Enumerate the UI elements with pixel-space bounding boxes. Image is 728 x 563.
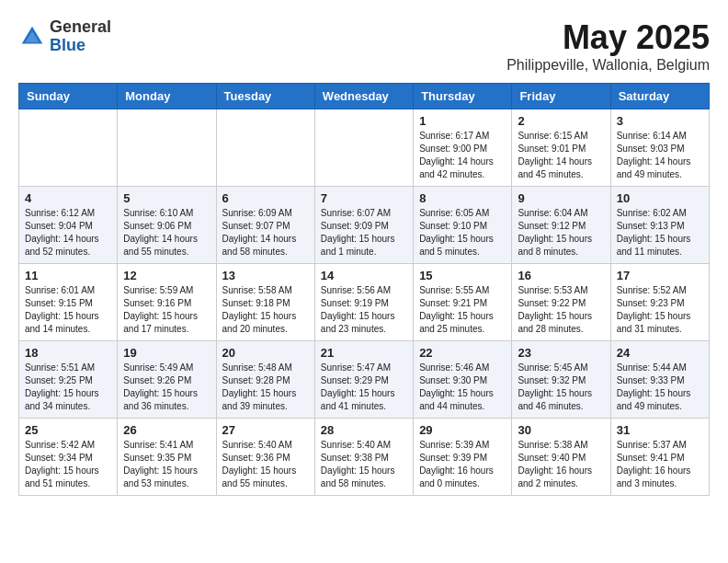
day-info: Sunrise: 6:12 AM Sunset: 9:04 PM Dayligh… xyxy=(25,207,111,259)
calendar-cell: 10Sunrise: 6:02 AM Sunset: 9:13 PM Dayli… xyxy=(610,187,709,264)
day-info: Sunrise: 5:55 AM Sunset: 9:21 PM Dayligh… xyxy=(419,284,506,336)
day-number: 13 xyxy=(222,269,309,282)
day-number: 17 xyxy=(617,269,703,282)
day-number: 16 xyxy=(518,269,604,282)
calendar-week-row-4: 18Sunrise: 5:51 AM Sunset: 9:25 PM Dayli… xyxy=(19,341,710,419)
calendar-week-row-5: 25Sunrise: 5:42 AM Sunset: 9:34 PM Dayli… xyxy=(19,419,710,496)
calendar-cell: 9Sunrise: 6:04 AM Sunset: 9:12 PM Daylig… xyxy=(512,187,610,264)
day-number: 31 xyxy=(617,423,703,437)
day-info: Sunrise: 5:58 AM Sunset: 9:18 PM Dayligh… xyxy=(222,284,309,336)
day-info: Sunrise: 5:52 AM Sunset: 9:23 PM Dayligh… xyxy=(617,284,703,336)
header-friday: Friday xyxy=(512,84,610,109)
day-number: 23 xyxy=(518,346,604,360)
header-thursday: Thursday xyxy=(414,84,512,109)
calendar-cell: 27Sunrise: 5:40 AM Sunset: 9:36 PM Dayli… xyxy=(216,419,314,496)
calendar-cell xyxy=(118,109,216,187)
calendar-cell: 29Sunrise: 5:39 AM Sunset: 9:39 PM Dayli… xyxy=(414,419,512,496)
header-monday: Monday xyxy=(118,84,216,109)
header-wednesday: Wednesday xyxy=(314,84,413,109)
calendar-cell: 23Sunrise: 5:45 AM Sunset: 9:32 PM Dayli… xyxy=(512,341,610,419)
header-saturday: Saturday xyxy=(610,84,709,109)
calendar-cell: 13Sunrise: 5:58 AM Sunset: 9:18 PM Dayli… xyxy=(216,264,314,341)
calendar-cell: 24Sunrise: 5:44 AM Sunset: 9:33 PM Dayli… xyxy=(610,341,709,419)
day-number: 30 xyxy=(518,423,604,437)
calendar-cell: 12Sunrise: 5:59 AM Sunset: 9:16 PM Dayli… xyxy=(118,264,216,341)
day-info: Sunrise: 5:46 AM Sunset: 9:30 PM Dayligh… xyxy=(419,362,506,413)
calendar-cell: 14Sunrise: 5:56 AM Sunset: 9:19 PM Dayli… xyxy=(314,264,413,341)
calendar-cell: 20Sunrise: 5:48 AM Sunset: 9:28 PM Dayli… xyxy=(216,341,314,419)
calendar-cell: 31Sunrise: 5:37 AM Sunset: 9:41 PM Dayli… xyxy=(610,419,709,496)
calendar-cell: 6Sunrise: 6:09 AM Sunset: 9:07 PM Daylig… xyxy=(216,187,314,264)
day-info: Sunrise: 5:59 AM Sunset: 9:16 PM Dayligh… xyxy=(123,284,210,336)
calendar-cell: 15Sunrise: 5:55 AM Sunset: 9:21 PM Dayli… xyxy=(414,264,512,341)
calendar-cell: 18Sunrise: 5:51 AM Sunset: 9:25 PM Dayli… xyxy=(19,341,118,419)
day-info: Sunrise: 6:02 AM Sunset: 9:13 PM Dayligh… xyxy=(617,207,703,259)
calendar-cell: 5Sunrise: 6:10 AM Sunset: 9:06 PM Daylig… xyxy=(118,187,216,264)
day-info: Sunrise: 5:40 AM Sunset: 9:36 PM Dayligh… xyxy=(222,439,309,490)
day-info: Sunrise: 5:44 AM Sunset: 9:33 PM Dayligh… xyxy=(617,362,703,413)
header-sunday: Sunday xyxy=(19,84,118,109)
day-number: 2 xyxy=(518,114,604,128)
day-info: Sunrise: 5:40 AM Sunset: 9:38 PM Dayligh… xyxy=(321,439,407,490)
weekday-header-row: Sunday Monday Tuesday Wednesday Thursday… xyxy=(19,84,710,109)
title-block: May 2025 Philippeville, Wallonia, Belgiu… xyxy=(506,18,710,74)
day-number: 25 xyxy=(25,423,111,437)
day-number: 6 xyxy=(222,191,309,205)
day-number: 27 xyxy=(222,423,309,437)
day-number: 14 xyxy=(321,269,407,282)
calendar-table: Sunday Monday Tuesday Wednesday Thursday… xyxy=(18,83,710,496)
calendar-cell xyxy=(314,109,413,187)
day-info: Sunrise: 5:49 AM Sunset: 9:26 PM Dayligh… xyxy=(123,362,210,413)
location-subtitle: Philippeville, Wallonia, Belgium xyxy=(506,57,710,74)
day-number: 4 xyxy=(25,191,111,205)
calendar-cell: 19Sunrise: 5:49 AM Sunset: 9:26 PM Dayli… xyxy=(118,341,216,419)
calendar-cell: 30Sunrise: 5:38 AM Sunset: 9:40 PM Dayli… xyxy=(512,419,610,496)
day-number: 11 xyxy=(25,269,111,282)
calendar-week-row-2: 4Sunrise: 6:12 AM Sunset: 9:04 PM Daylig… xyxy=(19,187,710,264)
calendar-cell: 28Sunrise: 5:40 AM Sunset: 9:38 PM Dayli… xyxy=(314,419,413,496)
day-number: 19 xyxy=(123,346,210,360)
calendar-cell: 2Sunrise: 6:15 AM Sunset: 9:01 PM Daylig… xyxy=(512,109,610,187)
day-number: 5 xyxy=(123,191,210,205)
day-number: 24 xyxy=(617,346,703,360)
calendar-cell: 21Sunrise: 5:47 AM Sunset: 9:29 PM Dayli… xyxy=(314,341,413,419)
day-info: Sunrise: 5:48 AM Sunset: 9:28 PM Dayligh… xyxy=(222,362,309,413)
day-info: Sunrise: 5:41 AM Sunset: 9:35 PM Dayligh… xyxy=(123,439,210,490)
day-info: Sunrise: 5:51 AM Sunset: 9:25 PM Dayligh… xyxy=(25,362,111,413)
day-number: 10 xyxy=(617,191,703,205)
day-info: Sunrise: 6:10 AM Sunset: 9:06 PM Dayligh… xyxy=(123,207,210,259)
day-number: 21 xyxy=(321,346,407,360)
day-number: 29 xyxy=(419,423,506,437)
calendar-cell: 17Sunrise: 5:52 AM Sunset: 9:23 PM Dayli… xyxy=(610,264,709,341)
logo-general-text: General xyxy=(50,18,111,37)
day-number: 1 xyxy=(419,114,506,128)
logo: General Blue xyxy=(18,18,111,55)
day-number: 28 xyxy=(321,423,407,437)
day-info: Sunrise: 5:53 AM Sunset: 9:22 PM Dayligh… xyxy=(518,284,604,336)
day-info: Sunrise: 6:04 AM Sunset: 9:12 PM Dayligh… xyxy=(518,207,604,259)
calendar-cell: 22Sunrise: 5:46 AM Sunset: 9:30 PM Dayli… xyxy=(414,341,512,419)
day-info: Sunrise: 6:01 AM Sunset: 9:15 PM Dayligh… xyxy=(25,284,111,336)
day-number: 20 xyxy=(222,346,309,360)
calendar-cell: 1Sunrise: 6:17 AM Sunset: 9:00 PM Daylig… xyxy=(414,109,512,187)
day-info: Sunrise: 6:14 AM Sunset: 9:03 PM Dayligh… xyxy=(617,130,703,181)
day-info: Sunrise: 5:47 AM Sunset: 9:29 PM Dayligh… xyxy=(321,362,407,413)
calendar-week-row-3: 11Sunrise: 6:01 AM Sunset: 9:15 PM Dayli… xyxy=(19,264,710,341)
day-info: Sunrise: 5:42 AM Sunset: 9:34 PM Dayligh… xyxy=(25,439,111,490)
day-info: Sunrise: 5:39 AM Sunset: 9:39 PM Dayligh… xyxy=(419,439,506,490)
day-number: 3 xyxy=(617,114,703,128)
page-header: General Blue May 2025 Philippeville, Wal… xyxy=(18,18,710,74)
calendar-cell: 8Sunrise: 6:05 AM Sunset: 9:10 PM Daylig… xyxy=(414,187,512,264)
day-number: 26 xyxy=(123,423,210,437)
day-number: 8 xyxy=(419,191,506,205)
calendar-week-row-1: 1Sunrise: 6:17 AM Sunset: 9:00 PM Daylig… xyxy=(19,109,710,187)
day-info: Sunrise: 5:38 AM Sunset: 9:40 PM Dayligh… xyxy=(518,439,604,490)
calendar-cell xyxy=(19,109,118,187)
calendar-cell: 26Sunrise: 5:41 AM Sunset: 9:35 PM Dayli… xyxy=(118,419,216,496)
day-number: 22 xyxy=(419,346,506,360)
calendar-cell xyxy=(216,109,314,187)
calendar-cell: 11Sunrise: 6:01 AM Sunset: 9:15 PM Dayli… xyxy=(19,264,118,341)
day-number: 15 xyxy=(419,269,506,282)
calendar-cell: 4Sunrise: 6:12 AM Sunset: 9:04 PM Daylig… xyxy=(19,187,118,264)
day-info: Sunrise: 6:09 AM Sunset: 9:07 PM Dayligh… xyxy=(222,207,309,259)
